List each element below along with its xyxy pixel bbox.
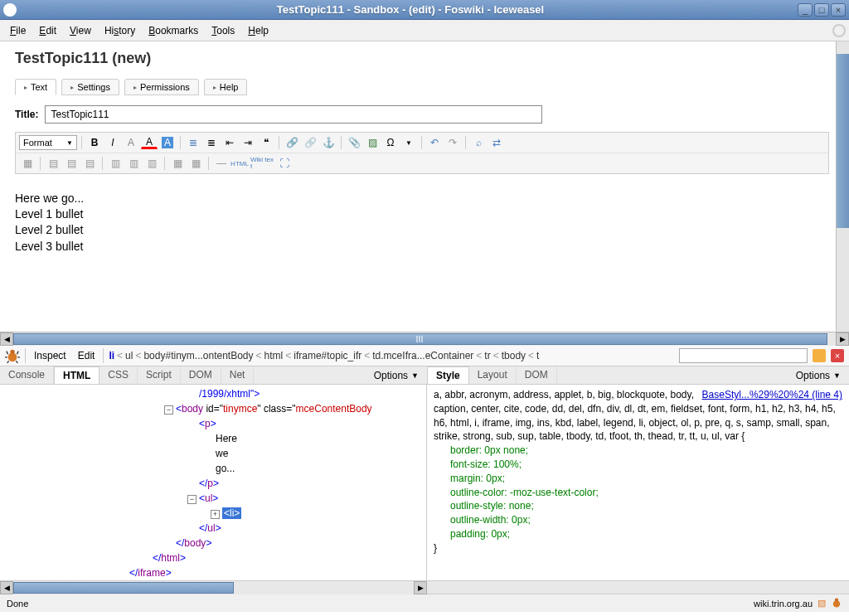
tab-help[interactable]: ▸Help	[204, 79, 248, 95]
crumb-iframe[interactable]: iframe#topic_ifr	[294, 350, 361, 361]
css-prop[interactable]: border: 0px none;	[434, 444, 842, 458]
bullist-button[interactable]: ≣	[185, 135, 201, 150]
firebug-search[interactable]	[679, 348, 808, 363]
fullscreen-button[interactable]: ⛶	[276, 156, 293, 171]
menu-help[interactable]: Help	[241, 22, 275, 40]
char-dropdown[interactable]: ▼	[400, 135, 417, 150]
menu-bookmarks[interactable]: Bookmarks	[142, 22, 205, 40]
anchor-button[interactable]: ⚓	[320, 135, 337, 150]
crumb-t[interactable]: t	[536, 350, 539, 361]
tree-toggle-icon[interactable]: +	[211, 510, 220, 519]
forecolor-button[interactable]: A	[141, 137, 158, 149]
delete-row-button[interactable]: ▤	[81, 156, 98, 171]
firebug-style-panel[interactable]: BaseStyl...%29%20%24 (line 4) a, abbr, a…	[427, 385, 849, 580]
css-prop[interactable]: margin: 0px;	[434, 472, 842, 486]
wikitext-button[interactable]: Wiki text	[250, 156, 274, 171]
crumb-ul[interactable]: ul	[125, 350, 133, 361]
tab-text[interactable]: ▸Text	[15, 79, 56, 95]
replace-button[interactable]: ⇄	[488, 135, 505, 150]
firebug-inspect[interactable]: Inspect	[31, 348, 70, 363]
title-input[interactable]	[45, 105, 542, 124]
split-cells-button[interactable]: ▦	[187, 156, 204, 171]
editor-body[interactable]: Here we go... Level 1 bullet Level 2 bul…	[15, 174, 829, 254]
clear-format-button[interactable]: A	[123, 135, 139, 150]
content-vscrollbar[interactable]	[836, 41, 849, 332]
crumb-body[interactable]: body#tinym...ontentBody	[143, 350, 253, 361]
crumb-tr[interactable]: tr	[484, 350, 490, 361]
css-prop[interactable]: outline-width: 0px;	[434, 513, 842, 527]
css-prop[interactable]: outline-color: -moz-use-text-color;	[434, 486, 842, 500]
outdent-button[interactable]: ⇤	[221, 135, 238, 150]
fb-left-options[interactable]: Options▼	[366, 366, 427, 384]
menu-file[interactable]: File	[3, 22, 32, 40]
format-select[interactable]: Format▼	[19, 135, 77, 150]
crumb-html[interactable]: html	[264, 350, 284, 361]
tree-toggle-icon[interactable]: −	[187, 495, 196, 504]
merge-cells-button[interactable]: ▦	[169, 156, 186, 171]
menu-tools[interactable]: Tools	[205, 22, 241, 40]
hr-button[interactable]: —	[213, 156, 230, 171]
hscroll-right-button[interactable]: ▶	[836, 332, 849, 346]
redo-button[interactable]: ↷	[444, 135, 461, 150]
fb-right-options[interactable]: Options▼	[788, 366, 849, 384]
firebug-detach-button[interactable]	[813, 349, 826, 362]
menu-view[interactable]: View	[63, 22, 98, 40]
minimize-button[interactable]: _	[798, 3, 813, 17]
maximize-button[interactable]: □	[814, 3, 829, 17]
crumb-li[interactable]: li	[109, 350, 114, 361]
tree-toggle-icon[interactable]: −	[164, 405, 173, 415]
link-button[interactable]: 🔗	[284, 135, 300, 150]
fb-tab-net[interactable]: Net	[221, 366, 255, 384]
tab-settings[interactable]: ▸Settings	[61, 79, 119, 95]
css-prop[interactable]: padding: 0px;	[434, 527, 842, 541]
row-after-button[interactable]: ▤	[63, 156, 80, 171]
css-prop[interactable]: font-size: 100%;	[434, 458, 842, 472]
blockquote-button[interactable]: ❝	[258, 135, 274, 150]
tab-permissions[interactable]: ▸Permissions	[124, 79, 199, 95]
firebug-html-panel[interactable]: /1999/xhtml"> −<body id="tinymce" class=…	[0, 385, 427, 580]
fb-tab-layout[interactable]: Layout	[469, 366, 517, 384]
italic-button[interactable]: I	[104, 135, 121, 150]
status-rss-icon[interactable]: ▧	[817, 598, 826, 609]
backcolor-button[interactable]: A	[159, 135, 176, 150]
fb-tab-console[interactable]: Console	[0, 366, 54, 384]
menu-history[interactable]: History	[98, 22, 142, 40]
attach-button[interactable]: 📎	[346, 135, 362, 150]
fb-tab-css[interactable]: CSS	[99, 366, 138, 384]
fb-tab-html[interactable]: HTML	[54, 366, 99, 384]
undo-button[interactable]: ↶	[426, 135, 443, 150]
fb-tab-rdom[interactable]: DOM	[517, 366, 557, 384]
html-button[interactable]: HTML	[231, 156, 248, 171]
char-button[interactable]: Ω	[382, 135, 399, 150]
firebug-icon[interactable]	[5, 348, 20, 363]
crumb-tbody[interactable]: tbody	[502, 350, 526, 361]
firebug-hscrollbar[interactable]: ◀ ▶	[0, 580, 849, 594]
menu-edit[interactable]: Edit	[32, 22, 63, 40]
col-after-button[interactable]: ▥	[125, 156, 142, 171]
firebug-edit[interactable]: Edit	[75, 348, 99, 363]
selected-html-node[interactable]: <li>	[222, 507, 241, 519]
content-hscrollbar[interactable]: ◀ ▶	[0, 332, 849, 345]
firebug-close-button[interactable]: ×	[831, 349, 844, 362]
indent-button[interactable]: ⇥	[240, 135, 256, 150]
fb-tab-dom[interactable]: DOM	[181, 366, 221, 384]
fb-tab-script[interactable]: Script	[138, 366, 181, 384]
image-button[interactable]: ▨	[364, 135, 381, 150]
css-source-link[interactable]: BaseStyl...%29%20%24 (line 4)	[702, 388, 842, 402]
bold-button[interactable]: B	[86, 135, 103, 150]
fb-hscroll-left[interactable]: ◀	[0, 581, 13, 594]
numlist-button[interactable]: ≣	[203, 135, 220, 150]
col-before-button[interactable]: ▥	[107, 156, 124, 171]
unlink-button[interactable]: 🔗	[302, 135, 318, 150]
css-prop[interactable]: outline-style: none;	[434, 499, 842, 513]
row-before-button[interactable]: ▤	[45, 156, 61, 171]
status-firebug-icon[interactable]	[831, 597, 842, 610]
close-button[interactable]: ×	[831, 3, 846, 17]
hscroll-left-button[interactable]: ◀	[0, 332, 13, 346]
fb-hscroll-right[interactable]: ▶	[414, 581, 427, 594]
fb-tab-style[interactable]: Style	[427, 366, 469, 384]
find-button[interactable]: ⌕	[470, 135, 487, 150]
table-button[interactable]: ▦	[19, 156, 36, 171]
delete-col-button[interactable]: ▥	[143, 156, 160, 171]
crumb-td[interactable]: td.mceIfra...eContainer	[372, 350, 473, 361]
